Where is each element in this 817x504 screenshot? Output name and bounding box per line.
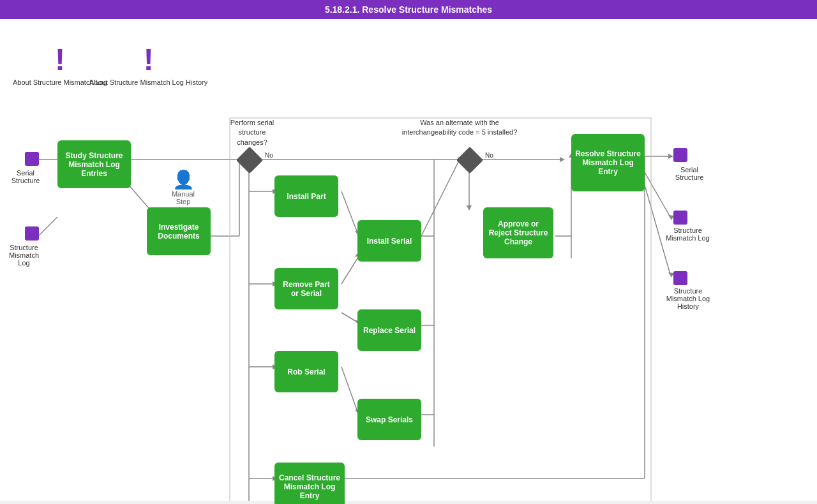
svg-line-19 xyxy=(341,258,357,284)
no2-label: No xyxy=(485,152,493,159)
no1-label: No xyxy=(265,152,273,159)
question1-label: Perform serial structure changes? xyxy=(223,118,281,147)
svg-line-1 xyxy=(38,217,57,236)
svg-line-39 xyxy=(645,172,670,217)
svg-marker-33 xyxy=(467,205,472,211)
install-serial-box[interactable]: Install Serial xyxy=(357,220,421,262)
serial-structure-top-label: Serial Structure xyxy=(6,169,45,184)
resolve-entry-box[interactable]: Resolve Structure Mismatch Log Entry xyxy=(571,134,645,191)
decision-diamond-2 xyxy=(456,147,483,174)
structure-mismatch-history-icon xyxy=(673,271,687,285)
rob-serial-box[interactable]: Rob Serial xyxy=(274,351,338,392)
structure-mismatch-log-left-label: Structure Mismatch Log xyxy=(3,244,45,267)
replace-serial-box[interactable]: Replace Serial xyxy=(357,309,421,351)
structure-mismatch-log-right-label: Structure Mismatch Log xyxy=(664,226,712,242)
question2-label: Was an alternate with the interchangeabi… xyxy=(396,118,523,138)
install-part-box[interactable]: Install Part xyxy=(274,175,338,217)
approve-reject-box[interactable]: Approve or Reject Structure Change xyxy=(483,207,553,258)
cancel-entry-box[interactable]: Cancel Structure Mismatch Log Entry xyxy=(274,463,345,504)
exclamation-icon-2: ! xyxy=(89,45,207,75)
serial-structure-right-icon xyxy=(673,148,687,162)
serial-structure-top-icon xyxy=(25,152,39,166)
title-bar: 5.18.2.1. Resolve Structure Mismatches xyxy=(0,0,817,19)
remove-part-serial-box[interactable]: Remove Part or Serial xyxy=(274,268,338,309)
svg-line-23 xyxy=(341,313,357,322)
structure-mismatch-history-label: Structure Mismatch Log History xyxy=(663,287,714,310)
manual-step-label: Manual Step xyxy=(164,190,202,205)
svg-line-17 xyxy=(341,191,357,233)
investigate-docs-box[interactable]: Investigate Documents xyxy=(147,207,211,255)
svg-marker-31 xyxy=(560,157,565,162)
serial-structure-right-label: Serial Structure xyxy=(667,166,712,181)
structure-mismatch-log-left-icon xyxy=(25,226,39,241)
manual-step-icon: 👤 Manual Step xyxy=(164,169,202,205)
about-mismatch-log-history-label: About Structure Mismatch Log History xyxy=(89,78,207,87)
swap-serials-box[interactable]: Swap Serials xyxy=(357,399,421,440)
svg-marker-38 xyxy=(668,154,673,159)
title-text: 5.18.2.1. Resolve Structure Mismatches xyxy=(325,4,492,15)
about-mismatch-log-history-item: ! About Structure Mismatch Log History xyxy=(89,45,207,87)
decision-diamond-1 xyxy=(236,147,263,174)
svg-line-25 xyxy=(421,159,460,236)
svg-line-21 xyxy=(341,367,357,411)
study-entries-box[interactable]: Study Structure Mismatch Log Entries xyxy=(57,140,131,188)
structure-mismatch-log-right-icon xyxy=(673,211,687,225)
